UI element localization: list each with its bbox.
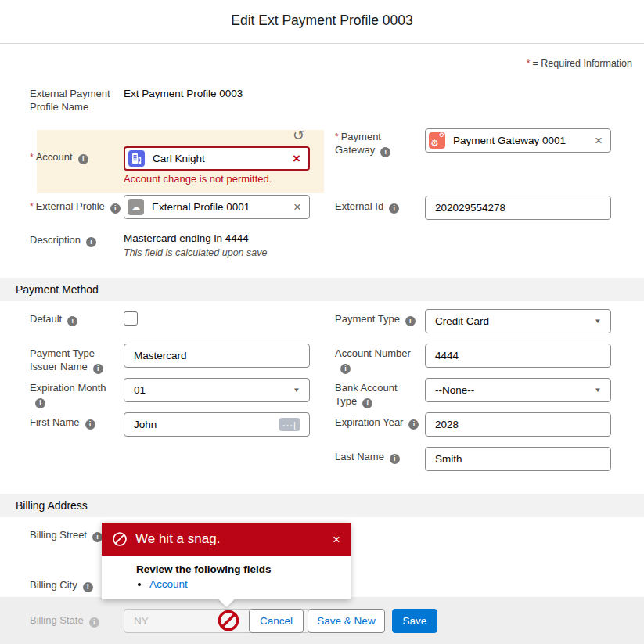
info-icon[interactable]: i xyxy=(35,398,45,408)
remove-icon[interactable]: × xyxy=(595,134,603,147)
error-field-list: Account xyxy=(136,578,338,590)
default-checkbox[interactable] xyxy=(124,311,138,326)
description-note: This field is calculated upon save xyxy=(124,247,267,258)
payment-gateway-pill[interactable]: ⚙ ⚙ Payment Gateway 0001 × xyxy=(425,128,611,153)
external-profile-label: *External Profilei xyxy=(30,200,131,214)
name-label: External Payment Profile Name xyxy=(30,88,113,114)
expiration-month-select[interactable]: 01 ▼ xyxy=(124,378,310,402)
info-icon[interactable]: i xyxy=(83,582,93,592)
payment-type-label: Payment Typei xyxy=(335,313,423,326)
info-icon: i xyxy=(89,617,99,628)
save-button[interactable]: Save xyxy=(392,609,437,633)
error-popover: We hit a snag. × Review the following fi… xyxy=(102,523,351,599)
error-field-item: Account xyxy=(149,578,338,590)
last-name-input[interactable]: Smith xyxy=(425,447,611,471)
info-icon[interactable]: i xyxy=(110,203,121,214)
autofill-icon[interactable]: ···| xyxy=(279,418,300,431)
section-billing-address: Billing Address xyxy=(0,494,644,517)
account-error-message: Account change is not permitted. xyxy=(124,173,272,185)
required-star: * xyxy=(527,58,531,69)
page-title: Edit Ext Payment Profile 0003 xyxy=(0,13,644,29)
info-icon[interactable]: i xyxy=(86,237,96,247)
bank-account-type-select[interactable]: --None-- ▼ xyxy=(425,378,611,402)
first-name-label: First Namei xyxy=(30,416,122,430)
info-icon[interactable]: i xyxy=(340,364,351,374)
remove-icon[interactable]: × xyxy=(293,200,301,214)
default-label: Defaulti xyxy=(30,313,122,326)
info-icon[interactable]: i xyxy=(390,454,400,464)
info-icon[interactable]: i xyxy=(362,398,372,408)
required-star: * xyxy=(30,201,34,212)
save-and-new-button[interactable]: Save & New xyxy=(308,609,385,633)
close-icon[interactable]: × xyxy=(333,533,340,546)
expiration-year-input[interactable]: 2028 xyxy=(425,412,611,437)
not-allowed-cursor-icon xyxy=(217,609,240,635)
error-popover-body: Review the following fields Account xyxy=(102,556,351,599)
billing-state-label: Billing Statei xyxy=(30,614,122,628)
info-icon[interactable]: i xyxy=(408,419,419,430)
account-icon xyxy=(128,150,145,167)
payment-gateway-label: *Payment Gatewayi xyxy=(335,131,423,157)
required-star: * xyxy=(335,131,339,142)
undo-icon[interactable]: ↺ xyxy=(293,128,304,142)
first-name-input[interactable]: John ···| xyxy=(124,412,310,437)
account-number-label: Account Numberi xyxy=(335,347,413,374)
edit-payment-profile-modal: Edit Ext Payment Profile 0003 *= Require… xyxy=(0,0,644,644)
account-pill[interactable]: Carl Knight × xyxy=(124,146,310,171)
prohibited-icon xyxy=(112,531,128,547)
external-id-input[interactable]: 202029554278 xyxy=(425,196,611,220)
info-icon[interactable]: i xyxy=(78,154,88,164)
payment-gateway-icon: ⚙ ⚙ xyxy=(429,132,445,149)
account-number-input[interactable]: 4444 xyxy=(425,344,611,368)
remove-icon[interactable]: × xyxy=(293,152,300,165)
required-star: * xyxy=(30,152,34,163)
modal-footer: Billing Statei NY Cancel Save & New Save xyxy=(0,597,644,644)
info-icon[interactable]: i xyxy=(85,419,95,430)
description-label: Descriptioni xyxy=(30,234,122,247)
name-value: Ext Payment Profile 0003 xyxy=(124,88,243,99)
chevron-down-icon: ▼ xyxy=(293,387,300,394)
payment-gateway-pill-label: Payment Gateway 0001 xyxy=(453,135,595,146)
info-icon[interactable]: i xyxy=(380,147,390,157)
issuer-name-label: Payment Type Issuer Namei xyxy=(30,347,117,374)
expiration-month-label: Expiration Monthi xyxy=(30,382,108,408)
chevron-down-icon: ▼ xyxy=(594,318,602,325)
error-popover-header: We hit a snag. × xyxy=(102,523,351,556)
error-field-link[interactable]: Account xyxy=(149,578,188,590)
external-profile-icon: ☁ xyxy=(128,199,144,215)
info-icon[interactable]: i xyxy=(67,316,77,326)
external-profile-pill-label: External Profile 0001 xyxy=(152,201,293,213)
error-popover-heading: Review the following fields xyxy=(136,563,338,575)
issuer-name-input[interactable]: Mastercard xyxy=(124,344,310,368)
header-divider xyxy=(0,43,644,44)
info-icon[interactable]: i xyxy=(405,316,416,326)
bank-account-type-label: Bank Account Typei xyxy=(335,382,418,408)
external-id-label: External Idi xyxy=(335,200,423,214)
last-name-label: Last Namei xyxy=(335,451,427,464)
external-profile-pill[interactable]: ☁ External Profile 0001 × xyxy=(124,195,310,219)
info-icon[interactable]: i xyxy=(389,203,399,214)
chevron-down-icon: ▼ xyxy=(594,387,602,394)
expiration-year-label: Expiration Yeari xyxy=(335,416,435,430)
description-value: Mastercard ending in 4444 xyxy=(124,232,249,244)
required-note: *= Required Information xyxy=(527,58,632,69)
cancel-button[interactable]: Cancel xyxy=(249,609,304,633)
account-pill-label: Carl Knight xyxy=(153,153,293,164)
info-icon[interactable]: i xyxy=(93,364,103,374)
account-label: *Accounti xyxy=(30,151,122,164)
error-popover-title: We hit a snag. xyxy=(135,531,220,547)
payment-type-select[interactable]: Credit Card ▼ xyxy=(425,309,611,333)
section-payment-method: Payment Method xyxy=(0,278,644,301)
